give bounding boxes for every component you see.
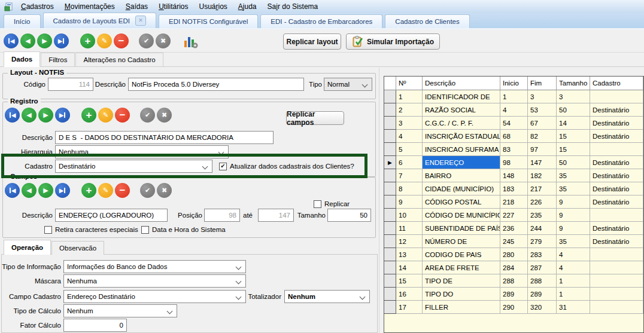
- last-record-button[interactable]: ▶: [54, 33, 69, 48]
- grid-cell[interactable]: 14: [557, 117, 590, 130]
- table-row[interactable]: 5INSCRICAO SUFRAMA839715: [384, 143, 643, 156]
- column-header[interactable]: Descrição: [423, 77, 500, 90]
- grid-cell[interactable]: 217: [528, 182, 557, 195]
- previous-record-button[interactable]: ◀: [22, 183, 37, 198]
- grid-cell[interactable]: 15: [557, 130, 590, 143]
- grid-cell[interactable]: 289: [528, 288, 557, 301]
- column-header[interactable]: Cadastro: [590, 77, 643, 90]
- delete-button[interactable]: −: [114, 33, 129, 48]
- grid-cell[interactable]: [590, 301, 643, 314]
- tab-in-cio[interactable]: Início: [4, 14, 41, 28]
- hierarquia-select[interactable]: Nenhuma: [55, 145, 229, 158]
- column-header[interactable]: Fim: [528, 77, 557, 90]
- grid-cell[interactable]: 1: [500, 90, 528, 103]
- grid-cell[interactable]: TIPO DO: [423, 288, 500, 301]
- mascara-select[interactable]: Nenhuma: [63, 274, 246, 288]
- grid-cell[interactable]: [590, 143, 643, 156]
- add-button[interactable]: +: [80, 33, 95, 48]
- replicar-checkbox[interactable]: Replicar: [314, 200, 350, 208]
- grid-cell[interactable]: Destinatário: [590, 169, 643, 182]
- descricao-layout-field[interactable]: NotFis Proceda 5.0 Diversey: [128, 78, 304, 91]
- grid-cell[interactable]: 68: [500, 130, 528, 143]
- first-record-button[interactable]: ◀: [4, 33, 19, 48]
- grid-cell[interactable]: Destinatário: [590, 156, 643, 169]
- table-row[interactable]: 2RAZÃO SOCIAL45350Destinatário: [384, 103, 643, 117]
- grid-cell[interactable]: 8: [396, 182, 423, 195]
- grid-cell[interactable]: 289: [500, 288, 528, 301]
- row-indicator-cell[interactable]: [384, 209, 396, 222]
- grid-cell[interactable]: 9: [557, 195, 590, 209]
- table-row[interactable]: 10CÓDIGO DE MUNICÍPIO2272359: [384, 209, 643, 222]
- grid-cell[interactable]: AREA DE FRETE: [423, 261, 500, 274]
- column-header[interactable]: Tamanho: [557, 77, 590, 90]
- grid-cell[interactable]: 3: [528, 90, 557, 103]
- grid-cell[interactable]: FILLER: [423, 301, 500, 314]
- menu-item-4[interactable]: Usuários: [193, 0, 232, 13]
- grid-cell[interactable]: 10: [396, 209, 423, 222]
- grid-cell[interactable]: 245: [500, 235, 528, 248]
- grid-cell[interactable]: 3: [557, 90, 590, 103]
- campos-descricao-field[interactable]: ENDEREÇO (LOGRADOURO): [55, 209, 168, 222]
- grid-cell[interactable]: 15: [396, 274, 423, 288]
- grid-cell[interactable]: Destinatário: [590, 117, 643, 130]
- delete-button[interactable]: −: [115, 183, 130, 198]
- grid-cell[interactable]: 280: [500, 248, 528, 261]
- row-indicator-cell[interactable]: [384, 248, 396, 261]
- grid-cell[interactable]: 1: [396, 90, 423, 103]
- grid-cell[interactable]: 17: [396, 301, 423, 314]
- tab-alteracoes-no-cadastro[interactable]: Alterações no Cadastro: [75, 53, 163, 66]
- row-indicator-cell[interactable]: [384, 130, 396, 143]
- close-tab-icon[interactable]: ✕: [135, 16, 146, 26]
- grid-cell[interactable]: 12: [396, 235, 423, 248]
- row-indicator-cell[interactable]: [384, 195, 396, 209]
- table-row[interactable]: 15TIPO DE2882881: [384, 274, 643, 288]
- first-record-button[interactable]: ◀: [5, 108, 20, 123]
- row-indicator-cell[interactable]: [384, 103, 396, 117]
- grid-cell[interactable]: 15: [557, 143, 590, 156]
- row-indicator-cell[interactable]: [384, 235, 396, 248]
- grid-cell[interactable]: 288: [500, 274, 528, 288]
- cancel-button[interactable]: ✖: [157, 108, 172, 123]
- confirm-button[interactable]: ✔: [139, 33, 154, 48]
- add-button[interactable]: +: [81, 108, 96, 123]
- grid-cell[interactable]: Destinatário: [590, 182, 643, 195]
- grid-cell[interactable]: NÚMERO DE: [423, 235, 500, 248]
- codigo-field[interactable]: 114: [48, 78, 93, 91]
- grid-cell[interactable]: 83: [500, 143, 528, 156]
- grid-cell[interactable]: 35: [557, 235, 590, 248]
- grid-cell[interactable]: CODIGO DE PAIS: [423, 248, 500, 261]
- row-indicator-cell[interactable]: [384, 143, 396, 156]
- grid-cell[interactable]: 53: [528, 103, 557, 117]
- tab-edi-cadastro-de-embarcadores[interactable]: EDI - Cadastro de Embarcadores: [260, 14, 382, 28]
- tipo-informacao-select[interactable]: Informações do Banco de Dados: [63, 260, 246, 273]
- table-row[interactable]: 7BAIRRO14818235Destinatário: [384, 169, 643, 182]
- menu-item-1[interactable]: Movimentações: [59, 0, 120, 13]
- grid-cell[interactable]: CIDADE (MUNICÍPIO): [423, 182, 500, 195]
- grid-cell[interactable]: 148: [500, 169, 528, 182]
- grid-cell[interactable]: 290: [500, 301, 528, 314]
- grid-cell[interactable]: 284: [500, 261, 528, 274]
- grid-cell[interactable]: 4: [557, 248, 590, 261]
- grid-cell[interactable]: 50: [557, 103, 590, 117]
- grid-cell[interactable]: 11: [396, 222, 423, 235]
- grid-cell[interactable]: 82: [528, 130, 557, 143]
- edit-button[interactable]: ✎: [98, 183, 113, 198]
- row-indicator-cell[interactable]: [384, 274, 396, 288]
- grid-cell[interactable]: SUBENTIDADE DE PAÍS: [423, 222, 500, 235]
- delete-button[interactable]: −: [115, 108, 130, 123]
- grid-cell[interactable]: 1: [557, 274, 590, 288]
- registro-descricao-field[interactable]: D E S - DADOS DO DESTINATÁRIO DA MERCADO…: [55, 131, 274, 144]
- grid-cell[interactable]: 9: [557, 209, 590, 222]
- grid-cell[interactable]: 9: [557, 222, 590, 235]
- menu-item-6[interactable]: Sair do Sistema: [262, 0, 324, 13]
- table-row[interactable]: 12NÚMERO DE24527935Destinatário: [384, 235, 643, 248]
- row-indicator-cell[interactable]: [384, 288, 396, 301]
- grid-cell[interactable]: 35: [557, 182, 590, 195]
- grid-cell[interactable]: 14: [396, 261, 423, 274]
- table-row[interactable]: 8CIDADE (MUNICÍPIO)18321735Destinatário: [384, 182, 643, 195]
- grid-cell[interactable]: TIPO DE: [423, 274, 500, 288]
- grid-cell[interactable]: 6: [396, 156, 423, 169]
- last-record-button[interactable]: ▶: [55, 108, 70, 123]
- grid-cell[interactable]: 226: [528, 195, 557, 209]
- grid-cell[interactable]: 31: [557, 301, 590, 314]
